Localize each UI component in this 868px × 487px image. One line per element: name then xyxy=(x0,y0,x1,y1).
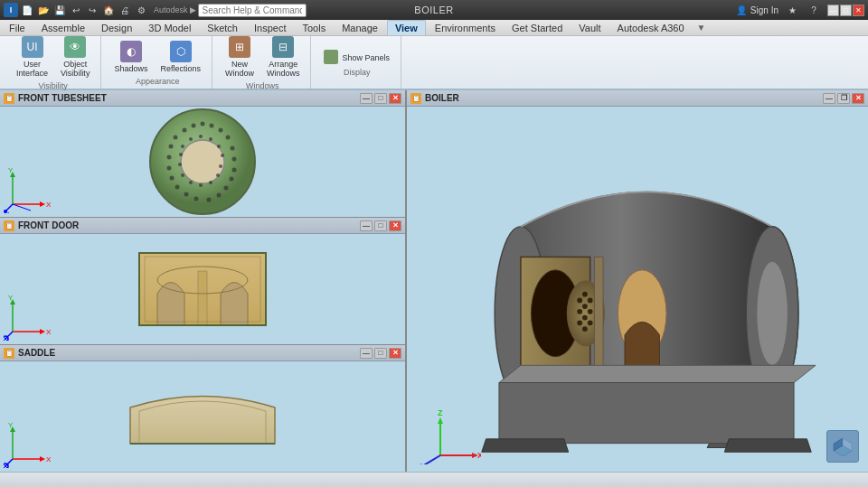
door-minimize[interactable]: — xyxy=(360,220,373,231)
minimize-button[interactable]: — xyxy=(827,5,839,16)
svg-point-21 xyxy=(194,197,199,201)
svg-point-11 xyxy=(167,155,172,160)
left-panel: 📋 FRONT TUBESHEET — □ ✕ xyxy=(0,90,407,472)
qa-home[interactable]: 🏠 xyxy=(101,3,116,17)
front-door-title-bar: 📋 FRONT DOOR — □ ✕ xyxy=(0,218,405,234)
objvis-label: ObjectVisibility xyxy=(61,60,90,78)
qa-save[interactable]: 💾 xyxy=(52,3,67,17)
viewport-front-tubesheet: 📋 FRONT TUBESHEET — □ ✕ xyxy=(0,90,405,218)
ribbon-btn-objvis[interactable]: 👁 ObjectVisibility xyxy=(55,34,95,80)
svg-point-13 xyxy=(167,166,172,171)
app-icon: I xyxy=(4,3,18,17)
svg-point-83 xyxy=(588,298,593,304)
tubesheet-controls: — □ ✕ xyxy=(360,93,401,104)
boiler-close[interactable]: ✕ xyxy=(852,93,864,104)
front-tubesheet-label: FRONT TUBESHEET xyxy=(18,93,107,103)
tab-manage[interactable]: Manage xyxy=(335,21,385,35)
tab-3dmodel[interactable]: 3D Model xyxy=(141,21,198,35)
showpanel-icon xyxy=(324,50,338,64)
svg-text:Y: Y xyxy=(8,295,14,302)
qa-settings[interactable]: ⚙ xyxy=(134,3,148,17)
svg-point-3 xyxy=(192,124,196,128)
tab-sketch[interactable]: Sketch xyxy=(200,21,245,35)
tab-view[interactable]: View xyxy=(387,20,426,35)
door-maximize[interactable]: □ xyxy=(374,220,387,231)
door-controls: — □ ✕ xyxy=(360,220,401,231)
maximize-button[interactable]: □ xyxy=(840,5,852,16)
close-button[interactable]: ✕ xyxy=(853,5,864,16)
svg-point-12 xyxy=(232,157,237,162)
svg-marker-98 xyxy=(482,439,569,452)
search-input[interactable] xyxy=(198,4,307,17)
svg-point-10 xyxy=(231,146,235,151)
door-close[interactable]: ✕ xyxy=(389,220,401,231)
ribbon-btn-arrange[interactable]: ⊟ ArrangeWindows xyxy=(261,34,306,80)
svg-text:X: X xyxy=(46,455,52,464)
tubesheet-close[interactable]: ✕ xyxy=(389,93,401,104)
qa-redo[interactable]: ↪ xyxy=(85,3,99,17)
ribbon-group-visibility: UI UserInterface 👁 ObjectVisibility Visi… xyxy=(5,36,101,89)
tab-a360[interactable]: Autodesk A360 xyxy=(610,21,692,35)
svg-marker-104 xyxy=(438,417,443,424)
tubesheet-axes: X Y X xyxy=(4,168,53,213)
boiler-icon: 📋 xyxy=(410,93,421,104)
tab-design[interactable]: Design xyxy=(94,21,139,35)
reflections-label: Reflections xyxy=(160,64,201,73)
door-axes: X Y xyxy=(4,295,53,341)
arrange-icon: ⊟ xyxy=(272,36,294,58)
ui-icon: UI xyxy=(22,36,43,58)
tubesheet-maximize[interactable]: □ xyxy=(374,93,387,104)
svg-marker-53 xyxy=(40,329,45,334)
ribbon-btn-ui[interactable]: UI UserInterface xyxy=(11,34,53,80)
svg-point-6 xyxy=(219,128,223,133)
saddle-close[interactable]: ✕ xyxy=(389,348,401,359)
boiler-restore[interactable]: ❐ xyxy=(837,93,850,104)
qa-open[interactable]: 📂 xyxy=(36,3,51,17)
tab-environments[interactable]: Environments xyxy=(428,21,503,35)
star-icon[interactable]: ★ xyxy=(784,3,800,17)
tab-tools[interactable]: Tools xyxy=(295,21,333,35)
tab-assemble[interactable]: Assemble xyxy=(34,21,92,35)
boiler-minimize[interactable]: — xyxy=(823,93,835,104)
tab-inspect[interactable]: Inspect xyxy=(247,21,293,35)
main-axes: Z X Y xyxy=(418,410,481,464)
qa-print[interactable]: 🖨 xyxy=(118,3,132,17)
breadcrumb: Autodesk xyxy=(154,5,188,14)
qa-undo[interactable]: ↩ xyxy=(69,3,83,17)
svg-marker-64 xyxy=(40,456,45,462)
saddle-svg xyxy=(112,371,293,462)
ribbon-btn-shadows[interactable]: ◐ Shadows xyxy=(108,39,153,75)
ribbon-btn-reflections[interactable]: ⬡ Reflections xyxy=(155,39,206,75)
svg-rect-92 xyxy=(594,257,603,370)
saddle-minimize[interactable]: — xyxy=(360,348,373,359)
tab-file[interactable]: File xyxy=(2,21,33,35)
tubesheet-minimize[interactable]: — xyxy=(360,93,373,104)
qa-new[interactable]: 📄 xyxy=(20,3,34,17)
boiler-label: BOILER xyxy=(425,93,459,103)
svg-point-16 xyxy=(230,177,234,182)
svg-text:X: X xyxy=(46,201,52,209)
appearance-label: Appearance xyxy=(136,77,180,86)
view-cube[interactable] xyxy=(826,430,859,463)
ribbon-btn-newwin[interactable]: ⊞ NewWindow xyxy=(220,34,259,80)
viewport-front-door: 📋 FRONT DOOR — □ ✕ xyxy=(0,218,405,345)
svg-point-27 xyxy=(217,145,221,148)
signin-label[interactable]: Sign In xyxy=(750,5,778,15)
tab-vault[interactable]: Vault xyxy=(571,21,608,35)
ribbon-btn-showpanel[interactable]: Show Panels xyxy=(318,48,395,66)
svg-text:Z: Z xyxy=(438,410,443,417)
svg-text:X: X xyxy=(46,328,52,336)
svg-point-19 xyxy=(184,192,189,197)
front-door-label: FRONT DOOR xyxy=(18,220,79,230)
ribbon-group-windows: ⊞ NewWindow ⊟ ArrangeWindows Windows xyxy=(214,36,312,89)
tab-getstarted[interactable]: Get Started xyxy=(505,21,570,35)
info-icon[interactable]: ? xyxy=(806,3,822,17)
viewport-boiler: 📋 BOILER — ❐ ✕ xyxy=(407,90,868,472)
reflections-icon: ⬡ xyxy=(170,41,192,62)
front-door-svg xyxy=(121,244,284,334)
saddle-maximize[interactable]: □ xyxy=(374,348,387,359)
svg-point-88 xyxy=(582,292,588,297)
options-icon[interactable]: ▼ xyxy=(697,23,706,33)
svg-point-89 xyxy=(582,304,588,309)
svg-point-84 xyxy=(577,309,582,314)
